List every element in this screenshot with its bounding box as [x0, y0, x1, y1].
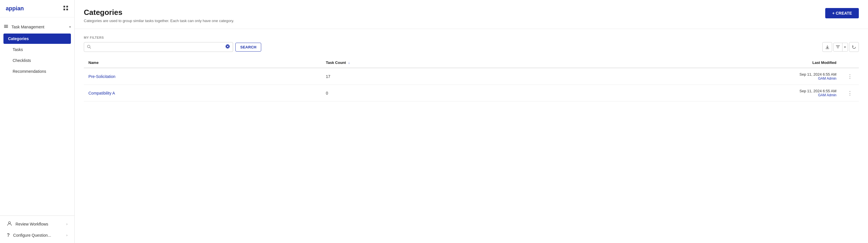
cell-name: Pre-Solicitation	[84, 68, 321, 85]
sidebar-item-review-workflows[interactable]: Review Workflows ›	[0, 218, 74, 230]
search-clear-icon[interactable]	[225, 44, 230, 50]
category-link[interactable]: Compatibility A	[88, 91, 115, 96]
svg-rect-2	[66, 6, 68, 7]
sidebar-item-tasks[interactable]: Tasks	[8, 44, 71, 55]
question-icon: ?	[7, 233, 10, 238]
modified-date: Sep 11, 2024 6:55 AM	[543, 89, 836, 93]
page-title: Categories	[84, 8, 825, 17]
sidebar-bottom: Review Workflows › ? Configure Question.…	[0, 215, 74, 243]
cell-last-modified: Sep 11, 2024 6:55 AM GAM Admin	[538, 85, 841, 101]
refresh-button[interactable]	[849, 42, 859, 52]
table-row: Pre-Solicitation 17 Sep 11, 2024 6:55 AM…	[84, 68, 859, 85]
cell-row-actions: ⋮	[841, 68, 859, 85]
chevron-right-icon-2: ›	[66, 233, 67, 237]
chevron-down-icon: ▾	[69, 25, 71, 29]
page-title-section: Categories Categories are used to group …	[84, 8, 825, 23]
main-content: Categories Categories are used to group …	[74, 0, 868, 243]
category-link[interactable]: Pre-Solicitation	[88, 74, 115, 79]
search-icon	[87, 45, 91, 49]
configure-question-label: Configure Question...	[13, 233, 63, 238]
chevron-right-icon: ›	[66, 222, 67, 226]
review-workflows-label: Review Workflows	[16, 222, 63, 227]
table-header-row: Name Task Count ↓ Last Modified	[84, 58, 859, 68]
sidebar: appian Task Management ▾	[0, 0, 74, 243]
col-header-task-count[interactable]: Task Count ↓	[321, 58, 538, 68]
table-row: Compatibility A 0 Sep 11, 2024 6:55 AM G…	[84, 85, 859, 101]
search-input[interactable]	[93, 45, 223, 49]
task-management-label: Task Management	[11, 25, 66, 29]
filter-icon	[834, 43, 842, 51]
page-header: Categories Categories are used to group …	[74, 0, 868, 29]
cell-task-count: 17	[321, 68, 538, 85]
sidebar-item-checklists[interactable]: Checklists	[8, 55, 71, 66]
cell-task-count: 0	[321, 85, 538, 101]
sidebar-item-recommendations[interactable]: Recommendations	[8, 66, 71, 76]
svg-rect-3	[63, 9, 65, 10]
filters-label: MY FILTERS	[84, 36, 859, 39]
table-actions: ▾	[823, 42, 859, 52]
col-header-actions	[841, 58, 859, 68]
sidebar-item-configure-question[interactable]: ? Configure Question... ›	[0, 230, 74, 241]
sidebar-nav: Task Management ▾ Categories Tasks Check…	[0, 18, 74, 215]
person-icon	[7, 221, 12, 227]
sidebar-item-categories[interactable]: Categories	[3, 34, 71, 44]
sidebar-item-task-management[interactable]: Task Management ▾	[0, 21, 74, 33]
sidebar-header: appian	[0, 0, 74, 18]
modified-date: Sep 11, 2024 6:55 AM	[543, 72, 836, 76]
data-table: Name Task Count ↓ Last Modified Pre-Soli…	[84, 58, 859, 101]
cell-row-actions: ⋮	[841, 85, 859, 101]
row-action-menu-button[interactable]: ⋮	[846, 73, 854, 80]
svg-point-8	[9, 222, 11, 224]
svg-rect-4	[66, 9, 68, 10]
search-input-wrapper	[84, 42, 233, 52]
svg-line-10	[90, 47, 91, 48]
grid-icon[interactable]	[63, 5, 69, 12]
appian-logo: appian	[6, 5, 29, 12]
svg-text:appian: appian	[6, 5, 24, 11]
create-button[interactable]: + CREATE	[825, 8, 859, 18]
content-area: MY FILTERS SEAR	[74, 29, 868, 243]
modified-user[interactable]: GAM Admin	[543, 93, 836, 97]
filter-button[interactable]: ▾	[833, 43, 848, 51]
col-header-name: Name	[84, 58, 321, 68]
modified-user[interactable]: GAM Admin	[543, 76, 836, 80]
download-button[interactable]	[823, 42, 832, 52]
search-row: SEARCH ▾	[84, 42, 859, 52]
sort-down-icon: ↓	[348, 61, 350, 65]
filter-chevron-icon: ▾	[842, 43, 848, 51]
page-subtitle: Categories are used to group similar tas…	[84, 19, 825, 23]
search-button[interactable]: SEARCH	[236, 43, 261, 51]
list-icon	[3, 24, 9, 30]
cell-name: Compatibility A	[84, 85, 321, 101]
svg-rect-1	[63, 6, 65, 7]
row-action-menu-button[interactable]: ⋮	[846, 90, 854, 97]
col-header-last-modified: Last Modified	[538, 58, 841, 68]
cell-last-modified: Sep 11, 2024 6:55 AM GAM Admin	[538, 68, 841, 85]
